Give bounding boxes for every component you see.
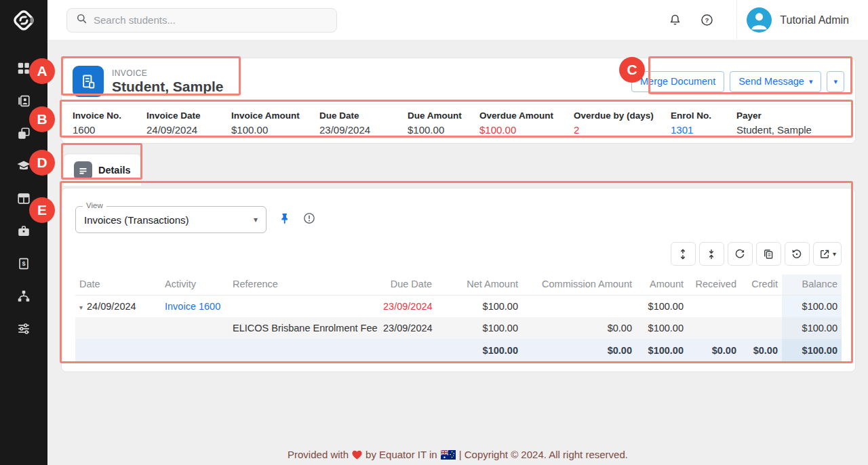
user-name[interactable]: Tutorial Admin — [780, 14, 849, 26]
col-credit[interactable]: Credit — [741, 275, 782, 296]
invoices-icon[interactable]: $ — [16, 256, 32, 272]
export-icon[interactable]: ▾ — [813, 242, 842, 266]
refresh-icon[interactable] — [728, 242, 753, 266]
tab-details-label: Details — [98, 165, 131, 176]
chevron-down-icon: ▾ — [809, 77, 813, 86]
due-date-value: 23/09/2024 — [319, 124, 408, 136]
tables-icon[interactable] — [16, 190, 32, 207]
avatar[interactable] — [747, 7, 772, 33]
invoice-link[interactable]: Invoice 1600 — [161, 296, 229, 318]
col-amount[interactable]: Amount — [636, 275, 688, 296]
bell-icon[interactable] — [663, 8, 687, 33]
enrol-no-link[interactable]: 1301 — [671, 124, 736, 136]
col-balance[interactable]: Balance — [782, 275, 842, 296]
services-icon[interactable] — [16, 223, 32, 239]
invoice-icon — [73, 66, 104, 97]
cell-date — [75, 317, 161, 339]
col-reference[interactable]: Reference — [229, 275, 379, 296]
cell-commission: $0.00 — [522, 317, 636, 339]
transactions-card: View Invoices (Transactions) ▾ — [61, 188, 856, 372]
transactions-table: Date Activity Reference Due Date Net Amo… — [75, 275, 842, 362]
col-activity[interactable]: Activity — [161, 275, 229, 296]
sidebar-nav: $ — [16, 41, 32, 337]
view-row: View Invoices (Transactions) ▾ — [75, 206, 842, 233]
send-message-button[interactable]: Send Message▾ — [730, 71, 821, 92]
heart-icon — [352, 450, 362, 460]
settings-icon[interactable] — [16, 321, 32, 337]
more-actions-button[interactable]: ▾ — [827, 71, 844, 92]
footer: Provided with by Equator IT in — [47, 449, 868, 460]
col-date[interactable]: Date — [75, 275, 161, 296]
due-amount-value: $100.00 — [408, 124, 479, 136]
documents-icon[interactable] — [16, 125, 32, 142]
app-logo[interactable] — [0, 0, 47, 41]
expand-rows-icon[interactable] — [671, 242, 696, 266]
courses-icon[interactable] — [16, 158, 32, 174]
main-content: INVOICE Student, Sample Merge Document S… — [47, 41, 868, 465]
tab-details[interactable]: Details — [63, 154, 142, 186]
view-icons — [279, 211, 316, 228]
invoice-date-value: 24/09/2024 — [146, 124, 231, 136]
chevron-down-icon: ▾ — [254, 215, 258, 224]
topbar: ? Tutorial Admin — [47, 0, 868, 41]
invoice-info-bar: Invoice No.1600 Invoice Date24/09/2024 I… — [62, 104, 855, 143]
page-title: Student, Sample — [112, 79, 224, 95]
total-balance: $100.00 — [782, 339, 842, 362]
info-field: Due Date23/09/2024 — [319, 110, 408, 136]
cell-reference: ELICOS Brisbane Enrolment Fee — [229, 317, 379, 339]
col-received[interactable]: Received — [688, 275, 741, 296]
search-input[interactable] — [94, 14, 328, 26]
table-header-row: Date Activity Reference Due Date Net Amo… — [75, 275, 842, 296]
col-net-amount[interactable]: Net Amount — [436, 275, 522, 296]
chevron-down-icon: ▾ — [833, 250, 836, 258]
history-icon[interactable] — [785, 242, 810, 266]
help-icon[interactable]: ? — [694, 8, 719, 33]
invoice-amount-value: $100.00 — [231, 124, 319, 136]
view-select-label: View — [83, 201, 106, 209]
details-icon — [74, 161, 92, 180]
info-field: PayerStudent, Sample — [736, 110, 812, 136]
student-search[interactable] — [66, 8, 337, 33]
col-due-date[interactable]: Due Date — [379, 275, 436, 296]
total-received: $0.00 — [688, 339, 741, 362]
total-net-amount: $100.00 — [436, 339, 522, 362]
contacts-icon[interactable] — [16, 93, 32, 109]
cell-commission — [522, 296, 636, 318]
search-icon — [75, 12, 88, 28]
cell-activity — [161, 317, 229, 339]
merge-document-button[interactable]: Merge Document — [631, 71, 724, 92]
payer-value: Student, Sample — [736, 124, 812, 136]
total-credit: $0.00 — [741, 339, 782, 362]
australia-flag-icon — [441, 450, 456, 460]
grid-toolbar: ▾ — [75, 242, 842, 266]
cell-due-date: 23/09/2024 — [379, 317, 436, 339]
invoice-no-value: 1600 — [73, 124, 146, 136]
copy-icon[interactable] — [756, 242, 781, 266]
cell-amount: $100.00 — [636, 296, 688, 318]
view-select[interactable]: View Invoices (Transactions) ▾ — [75, 206, 267, 233]
info-field: Overdue Amount$100.00 — [479, 110, 574, 136]
footer-text-1: Provided with — [288, 449, 349, 460]
col-commission-amount[interactable]: Commission Amount — [522, 275, 636, 296]
pin-icon[interactable] — [279, 212, 292, 228]
collapse-rows-icon[interactable] — [699, 242, 724, 266]
entity-type-label: INVOICE — [112, 68, 224, 78]
cell-credit — [741, 317, 782, 339]
chevron-down-icon: ▾ — [833, 77, 837, 86]
cell-reference — [229, 296, 379, 318]
info-icon[interactable] — [302, 211, 316, 228]
table-row: ELICOS Brisbane Enrolment Fee 23/09/2024… — [75, 317, 842, 339]
cell-credit — [741, 296, 782, 318]
info-field: Invoice Amount$100.00 — [231, 110, 319, 136]
footer-text-3: | Copyright © 2024. All right reserved. — [459, 449, 628, 460]
topbar-divider — [736, 0, 737, 41]
footer-text-2: by Equator IT in — [366, 449, 437, 460]
total-commission: $0.00 — [522, 339, 636, 362]
network-icon[interactable] — [16, 288, 32, 304]
sidebar: $ — [0, 0, 47, 465]
dashboard-icon[interactable] — [16, 60, 32, 77]
cell-balance: $100.00 — [782, 296, 842, 318]
overdue-amount-value: $100.00 — [479, 124, 574, 136]
invoice-header-card: INVOICE Student, Sample Merge Document S… — [61, 58, 856, 144]
row-expand-icon[interactable]: ▾ — [79, 304, 83, 311]
